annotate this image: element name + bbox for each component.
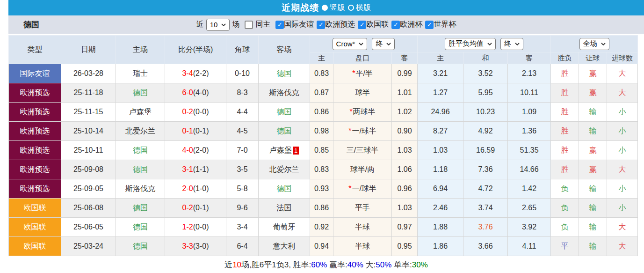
summary-segment: 10 — [232, 260, 241, 269]
match-row: 欧洲预选25-10-14北爱尔兰0-1(0-1)4-5德国0.98*一/球半0.… — [9, 122, 638, 141]
handicap-result-cell: 赢 — [579, 83, 607, 103]
away-team-cell[interactable]: 意大利 — [259, 237, 310, 256]
layout-radio-label[interactable]: 竖版 — [330, 3, 345, 11]
match-date-cell: 25-03-24 — [61, 237, 116, 256]
away-team-cell[interactable]: 卢森堡1 — [259, 141, 310, 160]
match-row: 国际友谊26-03-28瑞士3-4(2-2)0-10德国0.83*平/半0.99… — [9, 64, 638, 83]
scope-select[interactable]: 全场 — [579, 38, 609, 50]
subcol-result: 胜负 — [551, 52, 579, 64]
handicap-cell: 平手 — [333, 199, 392, 218]
result-cell: 胜 — [551, 103, 579, 122]
corners-cell: 4-5 — [226, 122, 259, 141]
competition-label: 欧洲预选 — [325, 20, 355, 30]
summary-segment: 60% — [311, 260, 327, 269]
home-team-cell[interactable]: 北爱尔兰 — [116, 122, 165, 141]
summary-segment: 近 — [224, 260, 232, 269]
near-label: 近 — [196, 20, 204, 30]
col-corners: 角球 — [226, 36, 259, 64]
odds-away-cell: 1.02 — [392, 103, 418, 122]
mean-draw-cell: 3.66 — [463, 237, 508, 256]
chevron-down-icon — [221, 23, 226, 26]
match-type-cell: 欧国联 — [9, 218, 61, 237]
away-team-cell[interactable]: 斯洛伐克 — [259, 83, 310, 103]
summary-segment: 赢率: — [327, 260, 347, 269]
corners-cell: 3-4 — [226, 218, 259, 237]
home-team-cell[interactable]: 德国 — [116, 237, 165, 256]
summary-footer: 近10场,胜6平1负3, 胜率:60% 赢率:40% 大:50% 单率:30% — [8, 256, 644, 273]
mean-home-cell: 1.18 — [418, 160, 463, 179]
competition-checkbox[interactable]: ✓ — [317, 21, 325, 29]
home-team-cell[interactable]: 卢森堡 — [116, 103, 165, 122]
home-team-cell[interactable]: 瑞士 — [116, 64, 165, 83]
handicap-result-cell: 输 — [579, 179, 607, 199]
score-cell: 3-3(3-0) — [165, 237, 226, 256]
mean-model-value: 胜平负均值 — [449, 39, 484, 48]
summary-segment: 单率: — [391, 260, 412, 269]
layout-radio-unselected[interactable] — [348, 5, 354, 11]
chevron-down-icon — [515, 43, 520, 45]
mean-away-cell: 2.65 — [508, 199, 551, 218]
page-title: 近期战绩 — [282, 2, 319, 14]
home-team-cell[interactable]: 德国 — [116, 199, 165, 218]
away-team-cell[interactable]: 德国 — [259, 64, 310, 83]
competition-checkbox[interactable]: ✓ — [425, 21, 434, 29]
result-cell: 胜 — [551, 122, 579, 141]
odds-away-cell: 1.06 — [392, 160, 418, 179]
handicap-cell: 半球 — [333, 237, 392, 256]
layout-radio-selected[interactable] — [322, 5, 328, 11]
goals-cell: 小 — [607, 141, 638, 160]
competition-checkbox[interactable]: ✓ — [275, 21, 284, 29]
odds-away-cell: 1.03 — [392, 199, 418, 218]
match-count-select[interactable]: 10 — [206, 19, 230, 31]
layout-radio-label[interactable]: 横版 — [356, 3, 371, 11]
odds-away-cell: 0.99 — [392, 64, 418, 83]
same-home-checkbox[interactable] — [245, 21, 253, 29]
mean-model-select[interactable]: 胜平负均值 — [445, 38, 496, 50]
home-team-cell[interactable]: 德国 — [116, 83, 165, 103]
home-team-cell[interactable]: 斯洛伐克 — [116, 179, 165, 199]
match-row: 欧洲预选25-11-15卢森堡0-2(0-0)4-4德国0.86*两球半1.02… — [9, 103, 638, 122]
mean-away-cell: 2.13 — [508, 64, 551, 83]
home-team-cell[interactable]: 德国 — [116, 160, 165, 179]
home-team-cell[interactable]: 德国 — [116, 141, 165, 160]
mean-draw-cell: 16.59 — [463, 141, 508, 160]
mean-away-cell: 51.35 — [508, 141, 551, 160]
handicap-cell: 球半/两 — [333, 160, 392, 179]
match-date-cell: 25-09-05 — [61, 179, 116, 199]
summary-segment: 40% — [347, 260, 363, 269]
competition-checkbox[interactable]: ✓ — [358, 21, 366, 29]
goals-cell: 大 — [607, 64, 638, 83]
match-row: 欧洲预选25-09-05斯洛伐克2-0(1-0)5-8德国0.93*一/球半0.… — [9, 179, 638, 199]
col-score: 比分(半场) — [165, 36, 226, 64]
odds-home-cell: 0.87 — [310, 83, 333, 103]
handicap-result-cell: 输 — [579, 237, 607, 256]
odds-away-cell: 1.03 — [392, 141, 418, 160]
mean-draw-cell: 4.92 — [463, 122, 508, 141]
away-team-cell[interactable]: 德国 — [259, 122, 310, 141]
result-cell: 胜 — [551, 64, 579, 83]
away-team-cell[interactable]: 北爱尔兰 — [259, 160, 310, 179]
subcol-odds-home: 主 — [310, 52, 333, 64]
match-date-cell: 25-09-08 — [61, 160, 116, 179]
away-team-cell[interactable]: 法国 — [259, 199, 310, 218]
away-team-cell[interactable]: 德国 — [259, 179, 310, 199]
handicap-result-cell: 赢 — [579, 141, 607, 160]
away-team-cell[interactable]: 葡萄牙 — [259, 218, 310, 237]
odds-company-value: Crow* — [336, 40, 355, 48]
odds-company-select[interactable]: Crow* — [333, 38, 368, 50]
col-home: 主场 — [116, 36, 165, 64]
match-row: 欧洲预选25-10-11德国4-0(2-0)7-0卢森堡10.85三/三球半1.… — [9, 141, 638, 160]
competition-checkbox[interactable]: ✓ — [391, 21, 400, 29]
handicap-result-cell: 输 — [579, 122, 607, 141]
mean-home-cell: 8.27 — [418, 122, 463, 141]
mean-selector-group: 胜平负均值 终 — [418, 36, 551, 52]
odds-period-select[interactable]: 终 — [372, 38, 395, 50]
odds-away-cell: 0.96 — [392, 179, 418, 199]
result-cell: 胜 — [551, 83, 579, 103]
handicap-result-cell: 输 — [579, 103, 607, 122]
match-date-cell: 26-03-28 — [61, 64, 116, 83]
away-team-cell[interactable]: 德国 — [259, 103, 310, 122]
home-team-cell[interactable]: 德国 — [116, 218, 165, 237]
corners-cell: 4-4 — [226, 103, 259, 122]
mean-period-select[interactable]: 终 — [500, 38, 523, 50]
